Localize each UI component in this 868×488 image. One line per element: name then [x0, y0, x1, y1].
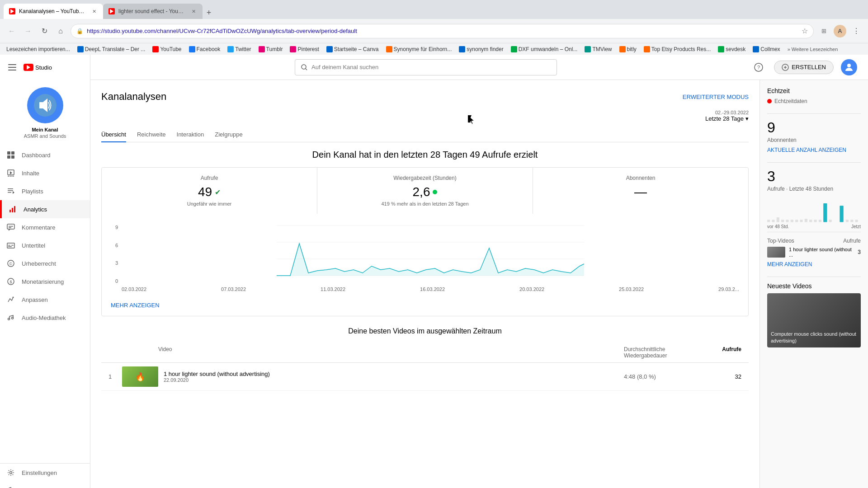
bookmark-tmview[interactable]: TMView: [582, 45, 614, 53]
bookmark-star-icon[interactable]: ☆: [802, 27, 808, 35]
top-video-item[interactable]: 1 hour lighter sound (without ... 3: [767, 247, 861, 258]
metric-aufrufe-label: Aufrufe: [111, 175, 308, 181]
bookmark-collmex[interactable]: Collmex: [750, 45, 783, 53]
bookmark-dxf[interactable]: DXF umwandeln – Onl...: [508, 45, 580, 53]
tab-active[interactable]: Kanalanalysen – YouTube Studio ✕: [4, 4, 103, 19]
monetarisierung-icon: $: [6, 277, 15, 286]
bookmark-youtube[interactable]: YouTube: [150, 45, 184, 53]
extensions-icon[interactable]: ⊞: [817, 25, 830, 38]
metric-wz-value: 2,6: [326, 185, 524, 199]
search-input[interactable]: [311, 64, 551, 70]
sidebar-item-dashboard[interactable]: Dashboard: [0, 146, 90, 164]
tab-reichweite[interactable]: Reichweite: [137, 127, 166, 142]
sidebar-item-audio[interactable]: Audio-Mediathek: [0, 309, 90, 327]
audio-icon: [6, 313, 15, 322]
table-row[interactable]: 1 🔥 1 hour lighter sound (without advert…: [101, 363, 749, 391]
chart-area: 9 6 3 0: [102, 217, 748, 316]
sidebar-item-monetarisierung[interactable]: $ Monetarisierung: [0, 272, 90, 291]
help-button[interactable]: ?: [750, 59, 767, 75]
bookmark-bitly[interactable]: bitly: [617, 45, 639, 53]
home-button[interactable]: ⌂: [54, 25, 67, 38]
reload-button[interactable]: ↻: [38, 25, 51, 38]
svg-rect-51: [800, 220, 802, 222]
metric-abonnenten: Abonnenten —: [533, 168, 748, 214]
row-info: 1 hour lighter sound (without advertisin…: [164, 371, 624, 383]
bookmark-favicon-collmex: [753, 46, 759, 52]
sidebar-item-inhalte[interactable]: Inhalte: [0, 164, 90, 182]
hamburger-menu[interactable]: [6, 62, 18, 72]
top-videos-mehr-link[interactable]: MEHR ANZEIGEN: [767, 261, 861, 267]
sidebar-item-untertitel[interactable]: Untertitel: [0, 236, 90, 254]
tab-zielgruppe[interactable]: Zielgruppe: [215, 127, 242, 142]
svg-text:$: $: [10, 280, 12, 284]
period-dropdown[interactable]: Letzte 28 Tage ▾: [705, 115, 749, 122]
sidebar-item-playlists[interactable]: Playlists: [0, 182, 90, 200]
menu-icon[interactable]: ⋮: [850, 25, 863, 38]
sidebar-item-analytics[interactable]: Analytics: [0, 200, 90, 218]
bookmark-label-pinterest: Pinterest: [297, 46, 319, 52]
bookmark-favicon-etsy: [644, 46, 650, 52]
svg-rect-11: [8, 188, 13, 189]
video-views: 32: [705, 373, 741, 380]
metric-aufrufe-value: 49 ✔: [111, 185, 308, 199]
bookmark-canva[interactable]: Startseite – Canva: [324, 45, 382, 53]
bookmark-tumblr[interactable]: Tumblr: [256, 45, 286, 53]
sidebar-item-urheberrecht[interactable]: © Urheberrecht: [0, 254, 90, 272]
views-count: 3: [767, 168, 861, 185]
tab-inactive[interactable]: lighter sound effect - YouTube ✕: [103, 4, 203, 19]
forward-button[interactable]: →: [22, 25, 34, 38]
analytics-chart: [122, 221, 739, 284]
create-button[interactable]: ERSTELLEN: [774, 61, 834, 74]
sidebar-item-anpassen[interactable]: Anpassen: [0, 291, 90, 309]
bookmark-deepl[interactable]: DeepL Translate – Der ...: [75, 45, 148, 53]
yt-studio-logo[interactable]: Studio: [24, 64, 52, 71]
more-bookmarks[interactable]: » Weitere Lesezeichen: [785, 46, 841, 53]
profile-icon[interactable]: A: [834, 25, 846, 38]
bookmark-synonyme[interactable]: Synonyme für Einhorn...: [383, 45, 455, 53]
user-avatar[interactable]: [841, 59, 857, 75]
bookmark-favicon-sevdesk: [718, 46, 724, 52]
page-header: Kanalanalysen ERWEITERTER MODUS: [101, 91, 749, 103]
tab-ubersicht[interactable]: Übersicht: [101, 127, 126, 142]
col-header-thumb: [122, 346, 158, 359]
sidebar: Studio Mein Kanal ASMR and Sounds: [0, 55, 90, 488]
sidebar-item-einstellungen[interactable]: Einstellungen: [0, 464, 90, 482]
search-bar[interactable]: [295, 59, 557, 75]
channel-avatar[interactable]: [27, 87, 63, 123]
bookmark-favicon-pinterest: [290, 46, 296, 52]
playlists-icon: [6, 187, 15, 196]
analytics-panel: Kanalanalysen ERWEITERTER MODUS 02.-29.0…: [90, 80, 760, 488]
sidebar-item-kommentare[interactable]: Kommentare: [0, 218, 90, 236]
bookmark-facebook[interactable]: Facebook: [186, 45, 223, 53]
new-tab-button[interactable]: +: [203, 6, 215, 19]
tab-bar: Kanalanalysen – YouTube Studio ✕ lighter…: [0, 0, 868, 19]
tab-close-1[interactable]: ✕: [90, 8, 98, 15]
svg-rect-4: [11, 151, 14, 155]
back-button[interactable]: ←: [5, 25, 18, 38]
bookmark-synonym-finder[interactable]: synonym finder: [456, 45, 506, 53]
sidebar-item-feedback[interactable]: Feedback senden: [0, 482, 90, 488]
tab-close-2[interactable]: ✕: [190, 8, 197, 15]
browser-chrome: Kanalanalysen – YouTube Studio ✕ lighter…: [0, 0, 868, 43]
bookmark-twitter[interactable]: Twitter: [225, 45, 254, 53]
bookmark-etsy[interactable]: Top Etsy Products Res...: [641, 45, 713, 53]
y-label-0: 0: [111, 278, 118, 284]
check-icon: ✔: [215, 188, 221, 197]
mehr-anzeigen-chart[interactable]: MEHR ANZEIGEN: [111, 302, 160, 309]
advanced-mode-button[interactable]: ERWEITERTER MODUS: [683, 94, 749, 100]
urheberrecht-label: Urheberrecht: [22, 260, 56, 267]
svg-rect-50: [795, 220, 798, 222]
tab-favicon-2: [108, 8, 115, 14]
newest-video-thumbnail[interactable]: Computer mouse clicks sound (without adv…: [767, 293, 861, 347]
tab-interaktion[interactable]: Interaktion: [177, 127, 204, 142]
address-bar[interactable]: 🔒 https://studio.youtube.com/channel/UCv…: [71, 24, 814, 38]
bookmark-pinterest[interactable]: Pinterest: [287, 45, 321, 53]
bookmark-sevdesk[interactable]: sevdesk: [715, 45, 748, 53]
bookmark-import[interactable]: Lesezeichen importieren...: [4, 45, 73, 53]
mini-video-title: 1 hour lighter sound (without ...: [789, 247, 854, 258]
audio-label: Audio-Mediathek: [22, 314, 66, 321]
bookmark-label-fb: Facebook: [197, 46, 221, 52]
bookmark-label-yt: YouTube: [160, 46, 181, 52]
current-count-link[interactable]: AKTUELLE ANZAHL ANZEIGEN: [767, 147, 861, 153]
mini-chart-svg: [767, 196, 861, 223]
